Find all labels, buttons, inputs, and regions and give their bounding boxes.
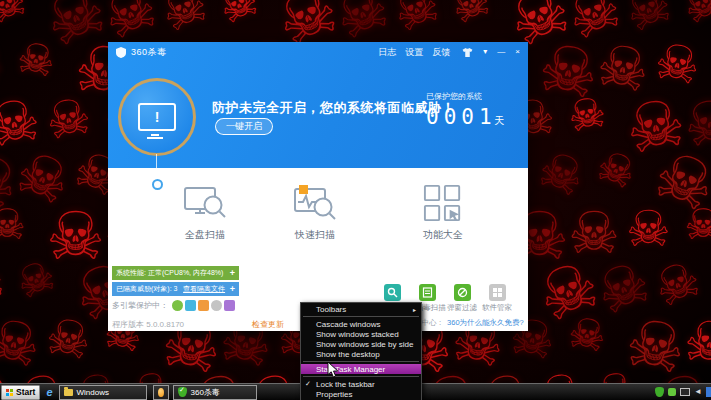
antivirus-window: 360杀毒 日志 设置 反馈 ▾ — × ! 防护未完全开启，您的系统将面临威胁… — [108, 42, 528, 331]
tray-green-app-icon[interactable] — [668, 388, 676, 396]
menu-item-properties[interactable]: Properties — [301, 389, 421, 399]
protection-shield-icon[interactable]: ! — [118, 78, 196, 156]
software-manager-label: 软件管家 — [475, 303, 519, 313]
feature-center-button[interactable]: 功能大全 — [398, 183, 488, 242]
custom-scan-button[interactable] — [384, 284, 401, 301]
menu-item-toolbars[interactable]: Toolbars ▸ — [301, 304, 421, 314]
menu-log[interactable]: 日志 — [378, 46, 396, 59]
monitor-alert-icon: ! — [138, 103, 176, 131]
screen: ☠☠☠☠☠☠☠☠☠☠☠☠☠☠☠☠☠☠☠☠☠☠☠☠☠☠☠☠☠☠☠☠☠☠☠☠☠☠☠☠… — [0, 0, 711, 400]
menu-settings[interactable]: 设置 — [405, 46, 423, 59]
magnifier-icon — [387, 287, 398, 298]
engine-bitdefender-icon — [224, 300, 235, 311]
tray-partial-icon[interactable] — [706, 387, 711, 397]
window-title: 360杀毒 — [131, 46, 167, 59]
skull-glyph: ☠ — [684, 204, 711, 246]
expand-plus-icon[interactable]: + — [230, 284, 235, 294]
menu-feedback[interactable]: 反馈 — [432, 46, 450, 59]
block-icon — [457, 287, 468, 298]
connector-ring — [152, 179, 163, 190]
skull-glyph: ☠ — [0, 0, 32, 32]
skull-glyph: ☠ — [564, 311, 609, 359]
enable-protection-button[interactable]: 一键开启 — [215, 118, 273, 135]
engine-cloud-icon — [172, 300, 183, 311]
macro-virus-scan-button[interactable] — [419, 284, 436, 301]
menu-item-show-windows-side-by-side[interactable]: Show windows side by side — [301, 339, 421, 349]
feature-grid-icon — [420, 183, 466, 223]
menu-item-lock-the-taskbar[interactable]: ✓ Lock the taskbar — [301, 379, 421, 389]
engine-qvm-icon — [185, 300, 196, 311]
quarantine-bar[interactable]: 已隔离威胁(对象): 3 查看隔离文件 + — [112, 282, 239, 296]
engine-avira-icon — [211, 300, 222, 311]
taskbar-button-windows[interactable]: Windows — [59, 385, 147, 400]
engines-label: 多引擎保护中： — [112, 300, 168, 311]
skull-glyph: ☠ — [0, 35, 8, 93]
view-quarantine-link[interactable]: 查看隔离文件 — [183, 284, 225, 294]
tray-network-icon[interactable] — [680, 388, 690, 396]
app-logo-icon — [116, 47, 126, 58]
titlebar: 360杀毒 日志 设置 反馈 ▾ — × — [108, 42, 528, 62]
warning-headline: 防护未完全开启，您的系统将面临威胁！ — [212, 99, 455, 117]
protected-days-label: 已保护您的系统 — [426, 91, 505, 102]
close-button[interactable]: × — [515, 48, 520, 56]
menu-separator — [303, 316, 419, 317]
360-shield-icon — [178, 387, 187, 397]
performance-text: 系统性能: 正常(CPU8%, 内存48%) — [116, 268, 223, 278]
start-button[interactable]: Start — [1, 385, 40, 400]
menu-item-start-task-manager[interactable]: Start Task Manager — [301, 364, 421, 374]
mouse-cursor — [327, 362, 339, 379]
system-performance-bar[interactable]: 系统性能: 正常(CPU8%, 内存48%) + — [112, 266, 239, 280]
software-manager-button[interactable] — [489, 284, 506, 301]
skull-glyph: ☠ — [678, 0, 711, 32]
protected-days-value: 0001天 — [426, 105, 505, 129]
taskbar-context-menu: Toolbars ▸ Cascade windows Show windows … — [300, 302, 422, 400]
skull-glyph: ☠ — [214, 0, 265, 32]
protected-days-panel: 已保护您的系统 0001天 — [426, 91, 505, 129]
system-tray: ◄ — [655, 387, 711, 397]
feature-center-label: 功能大全 — [423, 228, 463, 242]
checkmark-icon: ✓ — [305, 380, 311, 388]
check-update-link[interactable]: 检查更新 — [252, 319, 284, 330]
menu-item-cascade-windows[interactable]: Cascade windows — [301, 319, 421, 329]
taskbar-button-app[interactable] — [153, 385, 169, 400]
skin-icon[interactable] — [462, 48, 473, 57]
menu-separator — [303, 361, 419, 362]
engine-repair-icon — [198, 300, 209, 311]
minimize-button[interactable]: — — [497, 48, 505, 56]
skull-glyph: ☠ — [564, 91, 609, 139]
menu-item-show-the-desktop[interactable]: Show the desktop — [301, 349, 421, 359]
main-menu-caret-icon[interactable]: ▾ — [483, 48, 487, 56]
skull-glyph: ☠ — [42, 310, 96, 368]
menu-separator — [303, 376, 419, 377]
full-scan-button[interactable]: 全盘扫描 — [160, 183, 250, 242]
shield-connector-line — [156, 154, 157, 179]
expand-plus-icon[interactable]: + — [230, 268, 235, 278]
orange-app-icon — [158, 388, 164, 397]
full-scan-label: 全盘扫描 — [185, 228, 225, 242]
skull-glyph: ☠ — [13, 36, 58, 84]
tray-volume-icon[interactable]: ◄ — [694, 388, 702, 396]
full-scan-icon — [182, 183, 228, 223]
engine-protection-row: 多引擎保护中： — [112, 300, 235, 311]
document-grid-icon — [422, 287, 433, 298]
submenu-arrow-icon: ▸ — [413, 306, 416, 313]
internet-explorer-icon[interactable]: e — [46, 387, 52, 398]
quick-scan-button[interactable]: 快速扫描 — [270, 183, 360, 242]
menu-item-show-windows-stacked[interactable]: Show windows stacked — [301, 329, 421, 339]
skull-glyph: ☠ — [0, 204, 26, 246]
skull-glyph: ☠ — [531, 142, 591, 205]
skull-glyph: ☠ — [446, 0, 497, 32]
version-label: 程序版本 5.0.0.8170 — [112, 319, 184, 330]
start-button-label: Start — [16, 387, 35, 397]
quarantine-text: 已隔离威胁(对象): 3 — [116, 284, 177, 294]
windows-flag-icon — [6, 389, 13, 396]
window-header: 360杀毒 日志 设置 反馈 ▾ — × ! 防护未完全开启，您的系统将面临威胁… — [108, 42, 528, 168]
taskbar-button-360[interactable]: 360杀毒 — [173, 385, 257, 400]
skull-glyph: ☠ — [591, 143, 642, 196]
tray-360-shield-icon[interactable] — [655, 387, 664, 397]
folder-icon — [64, 389, 73, 396]
days-unit: 天 — [495, 115, 505, 126]
popup-filter-button[interactable] — [454, 284, 471, 301]
quick-scan-icon — [292, 183, 338, 223]
message-center-link[interactable]: 360为什么能永久免费? — [447, 318, 524, 328]
